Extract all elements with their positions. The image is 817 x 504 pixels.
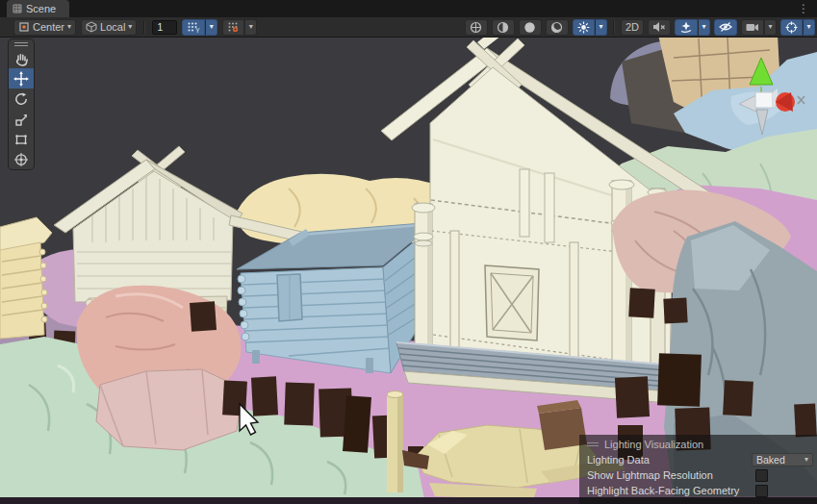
gizmo-crosshair-icon <box>785 21 798 34</box>
grid-tab-icon <box>13 4 22 13</box>
draw-mode-wireframe-button[interactable] <box>465 19 488 36</box>
sparkle-icon <box>679 21 693 33</box>
tab-scene[interactable]: Scene <box>7 0 69 17</box>
lighting-panel-title: Lighting Visualization <box>604 439 703 450</box>
camera-settings-arrow[interactable]: ▾ <box>764 19 777 36</box>
mode-2d-button[interactable]: 2D <box>621 19 644 36</box>
pivot-center-icon <box>18 21 30 33</box>
orientation-dropdown[interactable]: Local ▾ <box>81 19 137 36</box>
grid-axis-letter: Y <box>196 27 201 34</box>
move-tool-button[interactable] <box>9 68 34 88</box>
tools-overlay-drag-handle[interactable] <box>9 39 34 48</box>
chevron-down-icon: ▾ <box>67 23 71 31</box>
scale-tool-icon <box>13 112 29 127</box>
highlight-backfacing-label: Highlight Back-Facing Geometry <box>587 485 739 496</box>
rect-tool-icon <box>13 132 29 147</box>
scene-lighting-button[interactable] <box>573 19 595 36</box>
camera-settings-control: ▾ <box>741 19 777 36</box>
lighting-visualization-panel: Lighting Visualization Lighting Data Bak… <box>579 435 817 504</box>
cube-local-icon <box>86 21 97 33</box>
circle-crosshair-icon <box>470 21 482 34</box>
circle-half-icon <box>497 21 509 34</box>
move-tool-icon <box>13 71 29 87</box>
pivot-dropdown[interactable]: Center ▾ <box>13 19 76 36</box>
lighting-data-label: Lighting Data <box>587 454 650 466</box>
draw-mode-shaded-button[interactable] <box>519 19 542 36</box>
pivot-label: Center <box>33 21 64 33</box>
grid-dots-y-icon: Y <box>187 21 200 33</box>
snap-increment-input[interactable] <box>152 20 177 35</box>
tools-overlay <box>8 38 35 170</box>
gizmos-button[interactable] <box>780 19 803 36</box>
wood-post-cylinder[interactable] <box>387 391 403 493</box>
lighting-data-value: Baked <box>756 454 785 466</box>
grid-visibility-button[interactable]: Y <box>182 19 205 36</box>
lighting-data-dropdown[interactable]: Baked ▾ <box>752 453 813 466</box>
gizmos-arrow[interactable]: ▾ <box>803 19 815 36</box>
snap-settings-arrow[interactable]: ▾ <box>244 19 257 36</box>
tab-bar: Scene ⋮ <box>0 0 817 17</box>
camera-settings-button[interactable] <box>741 19 764 36</box>
effects-button[interactable] <box>675 19 698 36</box>
sun-icon <box>577 21 590 34</box>
grid-visibility-control: Y ▾ <box>182 19 217 36</box>
scene-visibility-button[interactable] <box>714 19 737 36</box>
panel-drag-handle-icon[interactable] <box>587 442 599 446</box>
camera-icon <box>746 22 759 33</box>
scene-viewport[interactable] <box>0 0 817 504</box>
show-lightmap-resolution-row: Show Lightmap Resolution <box>579 467 817 483</box>
audio-mute-button[interactable] <box>648 19 671 36</box>
draw-mode-rendered-button[interactable] <box>546 19 569 36</box>
cabin-far-left[interactable] <box>0 217 52 339</box>
grid-dots-orange-icon <box>227 21 240 33</box>
highlight-backfacing-checkbox[interactable] <box>755 485 768 497</box>
highlight-backfacing-row: Highlight Back-Facing Geometry <box>579 483 817 498</box>
toolbar-separator <box>143 21 145 34</box>
lighting-data-row: Lighting Data Baked ▾ <box>579 452 817 467</box>
effects-arrow[interactable]: ▾ <box>698 19 710 36</box>
orientation-label: Local <box>100 21 125 33</box>
scene-toolbar: Center ▾ Local ▾ Y <box>0 17 817 38</box>
unity-scene-window: { "window": { "tab_label": "Scene", "ove… <box>0 0 817 504</box>
rect-tool-button[interactable] <box>9 129 34 149</box>
overflow-menu-icon[interactable]: ⋮ <box>798 1 809 16</box>
circle-moon-icon <box>550 21 563 34</box>
effects-control: ▾ <box>675 19 710 36</box>
speaker-muted-icon <box>652 21 666 33</box>
show-lightmap-resolution-label: Show Lightmap Resolution <box>587 469 713 481</box>
toolbar-left-group: Center ▾ Local ▾ Y <box>13 18 257 36</box>
gizmos-control: ▾ <box>780 19 815 36</box>
gizmo-center-cube <box>755 92 773 108</box>
toolbar-right-group: ▾ 2D ▾ <box>465 18 815 36</box>
eye-slash-icon <box>719 21 732 33</box>
hand-tool-button[interactable] <box>9 48 34 68</box>
transform-tool-icon <box>13 152 29 167</box>
tab-label: Scene <box>26 3 56 14</box>
circle-filled-icon <box>523 21 536 34</box>
rotate-tool-icon <box>13 91 29 107</box>
toolbar-separator <box>613 21 615 34</box>
hand-tool-icon <box>13 51 29 66</box>
show-lightmap-resolution-checkbox[interactable] <box>755 469 768 482</box>
rotate-tool-button[interactable] <box>9 88 34 109</box>
transform-tool-button[interactable] <box>9 149 34 169</box>
mode-2d-label: 2D <box>626 21 639 33</box>
scene-lighting-control: ▾ <box>573 19 607 36</box>
scale-tool-button[interactable] <box>9 109 34 129</box>
lighting-panel-header[interactable]: Lighting Visualization <box>579 435 817 452</box>
scene-lighting-arrow[interactable]: ▾ <box>595 19 607 36</box>
chevron-down-icon: ▾ <box>128 23 132 31</box>
snap-settings-button[interactable] <box>222 19 244 36</box>
snap-settings-control: ▾ <box>222 19 257 36</box>
draw-mode-shaded-wireframe-button[interactable] <box>492 19 515 36</box>
chevron-down-icon: ▾ <box>804 456 808 464</box>
grid-visibility-arrow[interactable]: ▾ <box>205 19 217 36</box>
